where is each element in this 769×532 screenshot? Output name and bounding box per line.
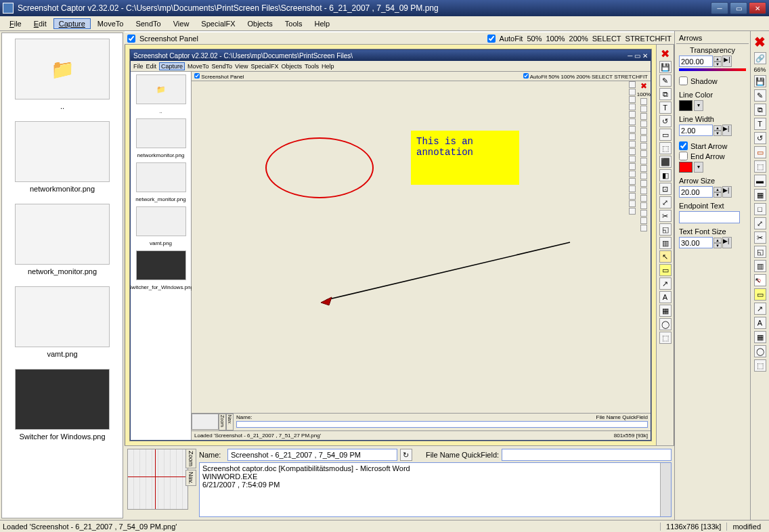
image-icon[interactable]: ▦ (754, 331, 766, 343)
spin-down[interactable]: ▼ (713, 131, 722, 136)
dock-tool-icon[interactable]: ▥ (659, 237, 672, 249)
save-icon[interactable]: 💾 (754, 75, 766, 87)
annotation-ellipse[interactable] (265, 137, 374, 198)
mode-select[interactable]: SELECT (592, 35, 621, 43)
dock-tool-icon[interactable]: ▭ (659, 129, 672, 141)
start-arrow-checkbox[interactable] (679, 141, 688, 150)
dropdown-icon[interactable]: ▾ (694, 162, 703, 173)
dock-tool-icon[interactable]: ◱ (659, 223, 672, 236)
close-button[interactable]: ✕ (749, 2, 766, 14)
copy-icon[interactable]: ⧉ (754, 104, 766, 116)
menu-sendto[interactable]: SendTo (130, 18, 166, 29)
text-icon[interactable]: T (754, 118, 766, 130)
crop-icon[interactable]: ✂ (754, 231, 766, 244)
dock-tool-icon[interactable]: ⤢ (659, 196, 672, 208)
quickfield-input[interactable] (502, 449, 672, 461)
close-icon[interactable]: ✖ (754, 34, 766, 50)
dock-tool-icon[interactable]: T (659, 102, 672, 114)
spin-up[interactable]: ▲ (713, 187, 722, 192)
dock-tool-icon[interactable]: ◧ (659, 169, 672, 181)
menu-tools[interactable]: Tools (280, 18, 308, 29)
resize-icon[interactable]: ◱ (754, 246, 766, 258)
goto-end-icon[interactable]: ▶| (722, 56, 732, 67)
solid-rect-icon[interactable]: ▬ (754, 175, 766, 187)
menu-view[interactable]: View (168, 18, 195, 29)
dock-tool-icon[interactable]: ◯ (659, 318, 672, 330)
menu-moveto[interactable]: MoveTo (92, 18, 129, 29)
goto-end-icon[interactable]: ▶| (722, 186, 732, 198)
selection-rect-icon[interactable]: ⬚ (754, 160, 766, 173)
nav-tab[interactable]: Nav. (185, 470, 196, 486)
canvas[interactable]: Screenshot Captor v2.32.02 - C:\Users\mp… (129, 49, 652, 441)
thumb-item[interactable]: network_monitor.png (2, 198, 123, 281)
dock-tool-icon[interactable]: ▭ (659, 264, 672, 276)
arrow-icon[interactable]: ↗ (754, 303, 766, 315)
undo-icon[interactable]: ↺ (754, 132, 766, 144)
scrollbar[interactable] (660, 463, 671, 516)
zoom-navigator[interactable] (127, 449, 188, 510)
dock-tool-icon[interactable]: 💾 (659, 61, 672, 73)
menu-help[interactable]: Help (309, 18, 335, 29)
dock-tool-icon[interactable]: ⬚ (659, 142, 672, 154)
thumb-item[interactable]: Switcher for Windows.png (2, 363, 123, 446)
thumb-item[interactable]: 📁 .. (2, 33, 123, 116)
zoom-100[interactable]: 100% (546, 35, 565, 43)
dock-tool-icon[interactable]: ▦ (659, 305, 672, 317)
shape-icon[interactable]: □ (754, 203, 766, 215)
menu-edit[interactable]: Edit (28, 18, 52, 29)
dock-delete-icon[interactable]: ✖ (659, 47, 672, 60)
menu-file[interactable]: File (4, 18, 27, 29)
annotation-note[interactable]: This is an annotation (411, 131, 519, 185)
autofit-checkbox[interactable] (487, 35, 496, 43)
dock-tool-icon[interactable]: ✎ (659, 74, 672, 87)
spin-up[interactable]: ▲ (713, 125, 722, 131)
mode-stretchfit[interactable]: STRETCHFIT (625, 35, 672, 43)
font-size-input[interactable] (679, 237, 713, 248)
transparency-input[interactable] (679, 56, 713, 67)
rect-icon[interactable]: ▭ (754, 146, 766, 158)
zoom-tab[interactable]: Zoom (185, 449, 196, 468)
menu-specialfx[interactable]: SpecialFX (196, 18, 240, 29)
text-a-icon[interactable]: A (754, 317, 766, 329)
edit-icon[interactable]: ✎ (754, 89, 766, 102)
dock-arrow-icon[interactable]: ↗ (659, 278, 672, 290)
arrow-size-input[interactable] (679, 186, 713, 198)
expand-icon[interactable]: ⤢ (754, 217, 766, 229)
dock-tool-icon[interactable]: ⊡ (659, 183, 672, 195)
minimize-button[interactable]: ─ (711, 2, 728, 14)
name-input[interactable] (227, 449, 397, 461)
thumb-item[interactable]: vamt.png (2, 281, 123, 363)
highlight-icon[interactable]: ▭ (754, 288, 766, 301)
spin-up[interactable]: ▲ (713, 238, 722, 243)
spin-up[interactable]: ▲ (713, 56, 722, 62)
dock-tool-icon[interactable]: ⬚ (659, 332, 672, 344)
thumb-item[interactable]: networkmonitor.png (2, 116, 123, 198)
circle-icon[interactable]: ◯ (754, 345, 766, 357)
goto-end-icon[interactable]: ▶| (722, 237, 732, 248)
metadata-box[interactable]: Screenshot captor.doc [Kompatibilitätsmo… (199, 462, 672, 517)
pointer-icon[interactable]: ↖○ (754, 274, 766, 286)
dock-tool-icon[interactable]: ✂ (659, 210, 672, 222)
dock-tool-icon[interactable]: ⧉ (659, 88, 672, 100)
menu-objects[interactable]: Objects (242, 18, 278, 29)
arrow-color-swatch[interactable] (679, 162, 693, 173)
dock-tool-icon[interactable]: ⬛ (659, 156, 672, 168)
zoom-50[interactable]: 50% (527, 35, 542, 43)
goto-end-icon[interactable]: ▶| (722, 125, 732, 136)
spin-down[interactable]: ▼ (713, 243, 722, 248)
shadow-checkbox[interactable] (679, 76, 688, 85)
zoom-200[interactable]: 200% (569, 35, 588, 43)
line-color-swatch[interactable] (679, 100, 693, 111)
layers-icon[interactable]: ▥ (754, 260, 766, 272)
spin-down[interactable]: ▼ (713, 192, 722, 198)
refresh-name-icon[interactable]: ↻ (400, 449, 412, 461)
endpoint-text-input[interactable] (679, 211, 740, 223)
line-width-input[interactable] (679, 125, 713, 136)
dock-tool-icon[interactable]: ↺ (659, 115, 672, 127)
dock-cursor-icon[interactable]: ↖ (659, 250, 672, 263)
link-icon[interactable]: 🔗 (754, 52, 766, 64)
dashed-rect-icon[interactable]: ⬚ (754, 359, 766, 372)
screenshot-panel-checkbox[interactable] (127, 35, 135, 43)
menu-capture[interactable]: Capture (53, 18, 91, 29)
grid-select-icon[interactable]: ▦ (754, 189, 766, 201)
